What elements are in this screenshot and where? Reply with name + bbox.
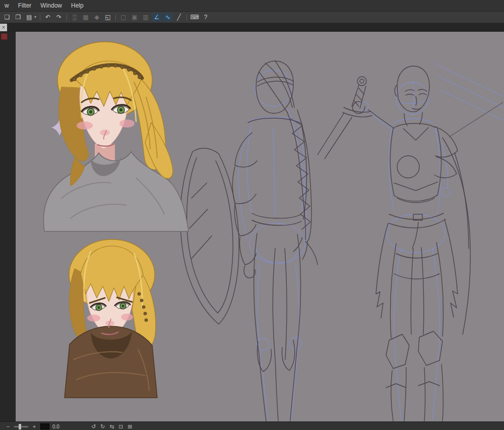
view-nav-buttons: ↺ ↻ ⇆ ⊡ ⊞: [90, 422, 134, 430]
new-canvas-icon[interactable]: ❏: [2, 13, 12, 22]
reset-view-icon[interactable]: ⊡: [117, 422, 125, 430]
portrait-sketch-large: [43, 42, 188, 231]
status-bar: − + 0.0 ↺ ↻ ⇆ ⊡ ⊞: [0, 421, 504, 430]
save-file-icon[interactable]: ▤: [24, 13, 34, 22]
portrait-sketch-small: [65, 239, 157, 398]
tone-dither-icon[interactable]: ▒: [70, 13, 80, 22]
menu-filter[interactable]: Filter: [14, 0, 36, 11]
tablet-panel-icon[interactable]: ⌨: [190, 13, 200, 22]
zoom-slider-handle[interactable]: [19, 424, 21, 429]
sword-sketch: [318, 77, 372, 159]
shield-sketch: [180, 148, 239, 324]
document-tab-strip: ×: [0, 23, 504, 32]
close-tab-icon[interactable]: ×: [0, 24, 7, 31]
zoom-in-icon[interactable]: +: [30, 422, 38, 430]
drawing-canvas[interactable]: [15, 32, 504, 421]
rotate-left-icon[interactable]: ↺: [90, 422, 98, 430]
pencil-lineart-figures: [180, 61, 503, 421]
undo-icon[interactable]: ↶: [43, 13, 53, 22]
toolbar-divider: [40, 14, 40, 21]
screen-grid-icon[interactable]: ▦: [81, 13, 91, 22]
snap-to-ruler-icon[interactable]: ∠: [152, 13, 162, 22]
toolbar-divider: [186, 14, 187, 21]
canvas-artwork: [15, 32, 504, 421]
zoom-out-icon[interactable]: −: [4, 422, 12, 430]
menu-help[interactable]: Help: [67, 0, 88, 11]
redo-icon[interactable]: ↷: [54, 13, 64, 22]
toolbar-divider: [115, 14, 116, 21]
menu-window[interactable]: Window: [36, 0, 67, 11]
flip-horizontal-icon[interactable]: ⇆: [108, 422, 116, 430]
zoom-slider[interactable]: [14, 426, 28, 427]
color-swatch[interactable]: [1, 33, 8, 40]
paint-app-window: w Filter Window Help ❏ ❐ ▤ ▾ ↶ ↷ ▒ ▦: [0, 0, 504, 430]
fit-to-screen-icon[interactable]: ⊞: [126, 422, 134, 430]
crop-frame-icon[interactable]: ◱: [103, 13, 113, 22]
status-preview-box: [40, 423, 49, 429]
blue-construction-lines: [238, 63, 503, 421]
save-menu-chevron-icon[interactable]: ▾: [33, 13, 37, 22]
open-file-icon[interactable]: ❐: [13, 13, 23, 22]
snap-to-line-icon[interactable]: ╱: [174, 13, 184, 22]
selection-invert-icon[interactable]: ▣: [130, 13, 140, 22]
snap-to-curve-icon[interactable]: ∿: [163, 13, 173, 22]
collapsed-side-panel: [0, 32, 16, 421]
workspace: [0, 32, 504, 421]
toolbar-divider: [67, 14, 67, 21]
selection-border-icon[interactable]: ▥: [141, 13, 151, 22]
menu-bar: w Filter Window Help: [0, 0, 504, 12]
gradient-icon[interactable]: ◆: [92, 13, 102, 22]
help-manual-icon[interactable]: ?: [201, 13, 211, 22]
rotate-right-icon[interactable]: ↻: [99, 422, 107, 430]
selection-rect-icon[interactable]: ▢: [118, 13, 129, 22]
rotation-angle-value: 0.0: [52, 424, 59, 429]
menu-window-partial[interactable]: w: [0, 0, 14, 11]
tool-bar: ❏ ❐ ▤ ▾ ↶ ↷ ▒ ▦ ◆ ◱ ▢ ▣ ▥: [0, 12, 504, 23]
